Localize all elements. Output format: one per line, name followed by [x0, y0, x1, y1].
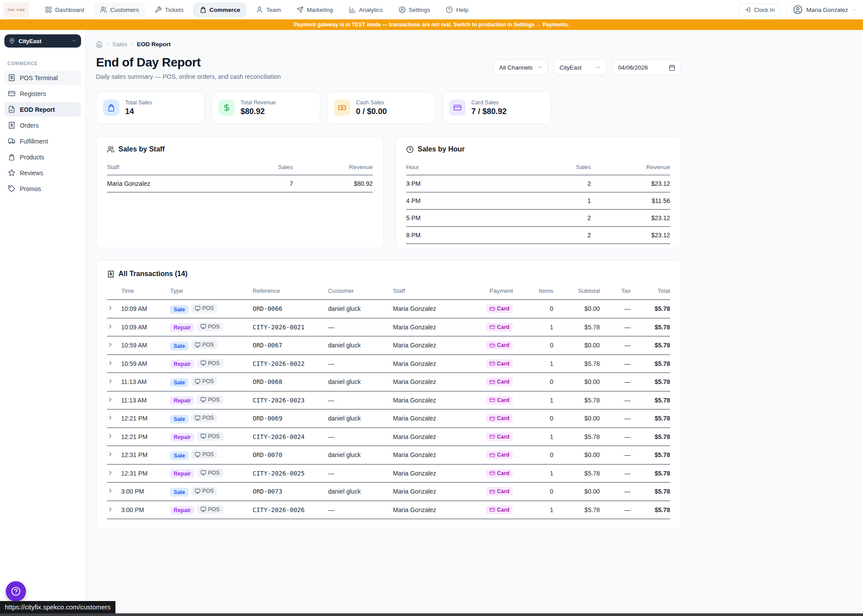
column-header-type: Type: [170, 284, 252, 300]
row-expand[interactable]: [107, 318, 121, 336]
home-icon[interactable]: [96, 41, 103, 48]
sidebar-item-eod-report[interactable]: EOD Report: [4, 102, 81, 117]
tx-customer: —: [328, 464, 393, 483]
tx-subtotal: $5.78: [553, 464, 600, 483]
chevron-right-icon[interactable]: [107, 469, 114, 476]
clock-in-button[interactable]: Clock In: [739, 4, 780, 16]
sidebar-section-label: COMMERCE: [7, 61, 81, 66]
brand-logo[interactable]: THE VIBE: [4, 2, 29, 17]
cell-revenue: $23.12: [591, 210, 670, 227]
chevron-right-icon[interactable]: [107, 323, 114, 330]
chevron-right-icon[interactable]: [107, 396, 114, 403]
help-fab-button[interactable]: [6, 581, 26, 601]
type-badge-label: Repair: [174, 398, 191, 404]
topbar-right: Clock In Maria Gonzalez: [739, 4, 857, 16]
nav-item-tickets[interactable]: Tickets: [148, 3, 189, 17]
card-icon: [489, 470, 495, 476]
chevron-right-icon[interactable]: [107, 378, 114, 384]
date-picker[interactable]: 04/06/2026: [612, 59, 681, 75]
row-expand[interactable]: [107, 446, 121, 465]
column-header-items: Items: [513, 284, 553, 300]
nav-item-dashboard[interactable]: Dashboard: [39, 3, 90, 17]
tx-total: $5.78: [630, 428, 670, 446]
sales-by-staff-panel: Sales by Staff StaffSalesRevenue Maria G…: [96, 136, 384, 248]
nav-item-customers[interactable]: Customers: [94, 3, 145, 17]
location-select[interactable]: CityEast: [554, 59, 607, 75]
tx-time: 11:13 AM: [121, 391, 170, 409]
link-status-tooltip: https://cityfix.spekco.com/customers: [0, 601, 115, 613]
chevron-right-icon[interactable]: [107, 506, 114, 513]
nav-item-marketing[interactable]: Marketing: [290, 3, 339, 17]
row-expand[interactable]: [107, 336, 121, 355]
tx-reference: ORD-0066: [252, 300, 328, 318]
row-expand[interactable]: [107, 373, 121, 391]
chevron-right-icon[interactable]: [107, 305, 114, 311]
column-header-staff: Staff: [393, 284, 486, 300]
type-badge: Sale: [170, 342, 189, 350]
primary-nav: DashboardCustomersTicketsCommerceTeamMar…: [39, 3, 474, 17]
tx-total: $5.78: [630, 354, 670, 373]
user-menu[interactable]: Maria Gonzalez: [793, 5, 857, 15]
location-switcher[interactable]: CityEast: [4, 34, 81, 48]
tx-subtotal: $5.78: [553, 501, 600, 519]
breadcrumb-separator: ›: [131, 41, 133, 48]
nav-item-commerce[interactable]: Commerce: [193, 3, 247, 17]
nav-item-settings[interactable]: Settings: [393, 3, 437, 17]
table-row: 4 PM1$11.56: [406, 192, 670, 210]
breadcrumb-sales[interactable]: Sales: [112, 41, 127, 48]
sidebar-item-reviews[interactable]: Reviews: [4, 166, 81, 180]
user-icon: [256, 6, 263, 13]
row-expand[interactable]: [107, 501, 121, 519]
tx-type: RepairPOS: [170, 428, 252, 446]
breadcrumb-separator: ›: [107, 41, 108, 48]
monitor-icon: [195, 379, 200, 384]
nav-item-label: Help: [456, 7, 468, 13]
nav-item-team[interactable]: Team: [250, 3, 287, 17]
column-header-sales: Sales: [245, 160, 293, 175]
nav-item-analytics[interactable]: Analytics: [343, 3, 389, 17]
payment-badge-label: Card: [497, 452, 509, 458]
nav-item-help[interactable]: Help: [440, 3, 474, 17]
sidebar-item-registers[interactable]: Registers: [4, 86, 81, 101]
chevron-right-icon[interactable]: [107, 433, 114, 439]
tx-tax: —: [600, 391, 631, 409]
payment-badge-label: Card: [497, 306, 509, 312]
sidebar-item-fulfillment[interactable]: Fulfillment: [4, 134, 81, 148]
row-expand[interactable]: [107, 409, 121, 428]
cell-hour: 3 PM: [406, 175, 543, 192]
bag-icon: [103, 100, 119, 116]
sidebar-item-orders[interactable]: Orders: [4, 118, 81, 133]
table-row: Maria Gonzalez7$80.92: [107, 175, 373, 192]
tx-payment: Card: [486, 409, 513, 428]
sales-by-hour-table: HourSalesRevenue 3 PM2$23.124 PM1$11.565…: [406, 160, 670, 244]
dollar-icon: [219, 100, 235, 116]
chart-icon: [349, 6, 356, 13]
channel-select[interactable]: All Channels: [493, 59, 548, 75]
channel-badge-label: POS: [202, 305, 214, 311]
chevron-right-icon[interactable]: [107, 487, 114, 494]
row-expand[interactable]: [107, 464, 121, 483]
chevron-right-icon[interactable]: [107, 341, 114, 348]
chevron-right-icon[interactable]: [107, 360, 114, 366]
channel-badge-label: POS: [208, 506, 219, 513]
chevron-right-icon[interactable]: [107, 451, 114, 457]
tx-staff: Maria Gonzalez: [393, 464, 486, 483]
column-header-subtotal: Subtotal: [553, 284, 600, 300]
bag-icon: [200, 6, 207, 13]
tx-subtotal: $5.78: [553, 428, 600, 446]
page-title: End of Day Report: [96, 55, 281, 70]
chevron-right-icon[interactable]: [107, 414, 114, 421]
row-expand[interactable]: [107, 300, 121, 318]
sidebar-item-products[interactable]: Products: [4, 150, 81, 164]
type-badge: Sale: [170, 415, 189, 424]
row-expand[interactable]: [107, 354, 121, 373]
row-expand[interactable]: [107, 428, 121, 446]
payment-badge-label: Card: [497, 488, 509, 494]
sidebar-item-pos-terminal[interactable]: POS Terminal: [4, 70, 81, 85]
breadcrumb: › Sales › EOD Report: [96, 41, 681, 48]
sidebar-item-promos[interactable]: Promos: [4, 181, 81, 196]
row-expand[interactable]: [107, 483, 121, 501]
table-row: 11:13 AMSalePOSORD-0068daniel gluckMaria…: [107, 373, 670, 391]
tx-reference: ORD-0069: [252, 409, 328, 428]
row-expand[interactable]: [107, 391, 121, 409]
